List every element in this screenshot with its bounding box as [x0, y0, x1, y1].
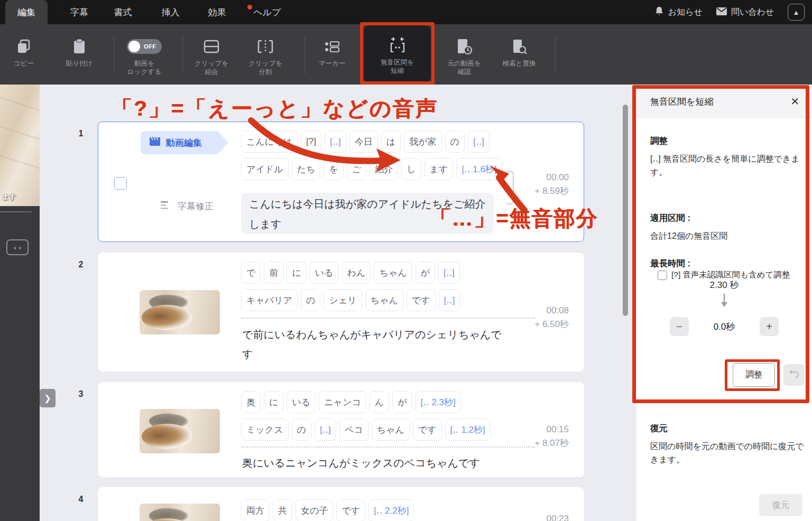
- clip-card[interactable]: 動画編集字幕修正こんにちは今日は我が家のアイドルたちをご紹介しますこんにちは[?…: [98, 122, 584, 242]
- menu-tab-effect[interactable]: 効果: [197, 0, 237, 24]
- search-replace-button[interactable]: 検索と置換: [494, 24, 545, 85]
- word-chip[interactable]: 今日: [349, 131, 378, 153]
- word-chip[interactable]: いる: [287, 391, 316, 413]
- paste-button[interactable]: 貼り付け: [57, 24, 102, 85]
- video-preview-thumbnail[interactable]: ます: [0, 85, 40, 206]
- word-chip[interactable]: が: [416, 262, 435, 284]
- copy-button[interactable]: コピー: [3, 24, 45, 85]
- shorten-silence-button[interactable]: 無音区間を 短縮: [364, 25, 431, 82]
- word-chip[interactable]: ミックス: [241, 418, 289, 441]
- silence-chip[interactable]: [‥]: [439, 289, 460, 311]
- subtitle-text[interactable]: で前にいるわんちゃんがキャバリアのシェリちゃんです: [242, 325, 506, 364]
- word-chip[interactable]: ちゃん: [365, 289, 403, 311]
- dotted-separator: [241, 318, 535, 319]
- word-chip[interactable]: で: [241, 262, 261, 284]
- restore-button[interactable]: 復元: [759, 494, 802, 516]
- adjust-heading: 調整: [650, 135, 668, 147]
- word-chip[interactable]: です: [407, 289, 436, 311]
- video-edit-badge[interactable]: 動画編集: [141, 131, 228, 154]
- collapse-ribbon-button[interactable]: ▲: [788, 4, 805, 21]
- close-icon[interactable]: ✕: [790, 95, 799, 108]
- clip-card[interactable]: 両方共女の子です[‥ 2.2秒]00:23: [98, 487, 584, 521]
- expand-sidebar-button[interactable]: ❯: [40, 389, 56, 407]
- word-chip[interactable]: 女の子: [296, 499, 333, 521]
- word-chip[interactable]: を: [324, 158, 343, 180]
- video-lock-toggle[interactable]: OFF 動画を ロックする: [119, 24, 170, 85]
- include-unrecognized-checkbox[interactable]: [658, 271, 667, 280]
- clip-thumbnail[interactable]: [140, 504, 220, 521]
- subtitle-textarea[interactable]: こんにちは今日は我が家のアイドルたちをご紹介します: [241, 193, 494, 234]
- toggle-state-label: OFF: [144, 43, 156, 50]
- word-chip[interactable]: いる: [310, 262, 339, 284]
- word-chip[interactable]: こんにちは: [241, 131, 298, 153]
- word-chip[interactable]: の: [301, 289, 320, 311]
- word-chip[interactable]: の: [445, 131, 465, 153]
- menu-bar: 編集 字幕 書式 挿入 効果 ヘルプ お知らせ 問い合わせ ▲: [0, 0, 812, 24]
- menu-tab-subtitle[interactable]: 字幕: [58, 0, 100, 24]
- word-chip[interactable]: 前: [264, 262, 283, 284]
- contact-button[interactable]: 問い合わせ: [716, 7, 774, 18]
- unrecognized-chip[interactable]: [?]: [301, 131, 321, 153]
- clip-thumbnail[interactable]: [140, 290, 220, 334]
- word-chip[interactable]: し: [401, 158, 421, 180]
- notice-button[interactable]: お知らせ: [654, 6, 703, 18]
- word-chip[interactable]: たち: [292, 158, 321, 180]
- silence-chip[interactable]: [‥ 2.2秒]: [368, 499, 414, 521]
- toolbar-divider: [114, 36, 114, 74]
- clip-number: 3: [75, 389, 87, 399]
- check-original-icon: [456, 37, 473, 56]
- word-chip[interactable]: ペコ: [339, 418, 368, 441]
- word-chip[interactable]: ご: [347, 158, 366, 180]
- silence-chip[interactable]: [‥ 1.6秒]: [456, 158, 502, 180]
- word-chip[interactable]: の: [292, 418, 311, 441]
- increase-duration-button[interactable]: +: [760, 317, 779, 336]
- marker-button[interactable]: マーカー: [310, 24, 354, 85]
- word-chip[interactable]: わん: [342, 262, 371, 284]
- word-chip[interactable]: 共: [273, 499, 292, 521]
- word-chip[interactable]: キャバリア: [241, 289, 298, 311]
- word-chip[interactable]: ん: [370, 391, 389, 413]
- word-chip[interactable]: に: [264, 391, 283, 413]
- silence-chip[interactable]: [‥ 1.2秒]: [445, 418, 491, 441]
- undo-button[interactable]: [783, 364, 805, 386]
- silence-chip[interactable]: [‥]: [315, 418, 336, 441]
- word-chip[interactable]: 我が家: [404, 131, 441, 153]
- split-clip-button[interactable]: クリップを 分割: [240, 24, 291, 85]
- word-chip[interactable]: 奥: [241, 391, 261, 413]
- clip-card[interactable]: で前にいるわんちゃんが[‥]キャバリアのシェリちゃんです[‥]で前にいるわんちゃ…: [98, 253, 584, 371]
- word-chip[interactable]: が: [392, 391, 412, 413]
- word-chip[interactable]: ます: [425, 158, 454, 180]
- clip-card[interactable]: 奥にいるニャンコんが[‥ 2.3秒]ミックスの[‥]ペコちゃんです[‥ 1.2秒…: [98, 382, 584, 477]
- word-chip[interactable]: ニャンコ: [319, 391, 366, 413]
- left-arrow-icon: ◂: [13, 245, 16, 250]
- word-chip[interactable]: ちゃん: [374, 262, 412, 284]
- list-scrollbar[interactable]: [623, 105, 628, 316]
- silence-chip[interactable]: [‥ 2.3秒]: [416, 391, 461, 413]
- word-chip[interactable]: シェリ: [324, 289, 362, 311]
- word-chip[interactable]: 両方: [241, 499, 270, 521]
- merge-clips-button[interactable]: クリップを 結合: [186, 24, 237, 85]
- aspect-ratio-button[interactable]: ◂▸: [6, 239, 29, 255]
- menu-tab-help[interactable]: ヘルプ: [245, 0, 290, 24]
- word-chip[interactable]: ちゃん: [372, 418, 410, 441]
- word-chip[interactable]: は: [381, 131, 401, 153]
- silence-chip[interactable]: [‥]: [468, 131, 490, 153]
- menu-tab-format[interactable]: 書式: [103, 0, 143, 24]
- word-chip[interactable]: です: [336, 499, 365, 521]
- menu-tab-edit[interactable]: 編集: [5, 0, 48, 24]
- word-chip-line: キャバリアのシェリちゃんです[‥]: [241, 289, 460, 311]
- clip-select-checkbox[interactable]: [114, 177, 127, 190]
- silence-chip[interactable]: [‥]: [438, 262, 460, 284]
- word-chip[interactable]: に: [287, 262, 306, 284]
- check-original-button[interactable]: 元の動画を 確認: [439, 24, 490, 85]
- adjust-button[interactable]: 調整: [733, 363, 775, 387]
- word-chip[interactable]: です: [413, 418, 442, 441]
- subtitle-edit-tool[interactable]: 字幕修正: [161, 200, 214, 212]
- subtitle-text[interactable]: 奥にいるニャンコんがミックスのペコちゃんです: [242, 453, 506, 473]
- word-chip[interactable]: アイドル: [241, 158, 289, 180]
- clip-thumbnail[interactable]: [140, 409, 220, 453]
- silence-chip[interactable]: [‥]: [325, 131, 346, 153]
- decrease-duration-button[interactable]: −: [670, 317, 689, 336]
- menu-tab-insert[interactable]: 挿入: [151, 0, 190, 24]
- word-chip[interactable]: 紹介: [370, 158, 398, 180]
